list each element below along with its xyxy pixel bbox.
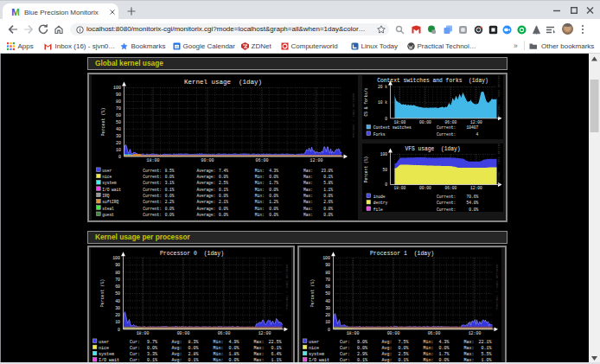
svg-text:guest: guest <box>102 212 114 216</box>
svg-text:Average:: Average: <box>197 168 216 172</box>
svg-text:00:00: 00:00 <box>176 330 189 335</box>
svg-text:Current:: Current: <box>143 187 162 191</box>
svg-text:Avg:: Avg: <box>381 346 392 351</box>
svg-text:Cur:: Cur: <box>130 346 140 351</box>
svg-text:RRDTOOL / TOBI OETIKER: RRDTOOL / TOBI OETIKER <box>352 92 355 137</box>
svg-text:Current:: Current: <box>143 175 162 179</box>
svg-text:50: 50 <box>325 291 330 296</box>
svg-text:Cur:: Cur: <box>130 339 140 344</box>
svg-text:nice: nice <box>309 346 319 351</box>
svg-text:60: 60 <box>115 284 120 289</box>
svg-text:6.4%: 6.4% <box>271 352 281 357</box>
svg-text:Avg:: Avg: <box>381 352 392 357</box>
svg-text:0.0%: 0.0% <box>219 175 228 179</box>
svg-text:0: 0 <box>328 327 330 331</box>
svg-text:Current:: Current: <box>437 194 456 198</box>
svg-text:50: 50 <box>116 120 121 125</box>
svg-text:4: 4 <box>476 131 478 136</box>
svg-text:0.0%: 0.0% <box>438 346 449 351</box>
svg-text:0.0%: 0.0% <box>398 346 408 351</box>
svg-text:CS & forks/s: CS & forks/s <box>363 87 367 116</box>
svg-text:Processor 0 (1day): Processor 0 (1day) <box>159 251 223 257</box>
svg-text:18:00: 18:00 <box>393 119 405 124</box>
svg-text:Context switches: Context switches <box>373 125 411 130</box>
svg-text:I/O wait: I/O wait <box>102 187 121 191</box>
svg-text:2.9%: 2.9% <box>356 352 367 357</box>
svg-text:Avg:: Avg: <box>171 352 182 357</box>
svg-text:0.0%: 0.0% <box>219 212 228 216</box>
svg-text:file: file <box>373 207 382 211</box>
svg-text:0.0%: 0.0% <box>356 346 367 351</box>
svg-text:0.0%: 0.0% <box>323 193 333 197</box>
svg-text:user: user <box>102 168 112 172</box>
svg-text:70: 70 <box>325 278 330 282</box>
svg-text:06:00: 06:00 <box>444 186 456 190</box>
svg-text:RRDTOOL / TOBI OETIKER: RRDTOOL / TOBI OETIKER <box>495 264 498 309</box>
svg-text:0: 0 <box>118 327 120 331</box>
svg-text:0.0%: 0.0% <box>165 206 175 210</box>
svg-text:18:00: 18:00 <box>136 330 149 335</box>
svg-text:inode: inode <box>373 194 385 198</box>
svg-text:10: 10 <box>115 320 120 324</box>
svg-text:0.0%: 0.0% <box>323 212 333 216</box>
svg-text:1.1%: 1.1% <box>323 187 333 191</box>
svg-text:1.7%: 1.7% <box>269 181 278 185</box>
svg-text:Max:: Max: <box>303 212 313 216</box>
svg-text:1.8%: 1.8% <box>228 352 239 357</box>
svg-text:23.0%: 23.0% <box>321 168 333 172</box>
svg-text:0.0%: 0.0% <box>269 212 278 216</box>
svg-text:06:00: 06:00 <box>427 330 440 335</box>
svg-text:3.3%: 3.3% <box>146 352 156 357</box>
svg-text:90: 90 <box>116 93 121 98</box>
svg-text:Min:: Min: <box>423 339 433 344</box>
svg-text:3.1%: 3.1% <box>165 181 175 185</box>
svg-text:0.0%: 0.0% <box>165 175 175 179</box>
svg-text:0.1%: 0.1% <box>481 346 491 351</box>
svg-text:RRDTOOL / TOBI OETIKER: RRDTOOL / TOBI OETIKER <box>496 75 500 118</box>
svg-text:00:00: 00:00 <box>419 119 431 124</box>
svg-text:Min:: Min: <box>213 339 223 344</box>
svg-text:00:00: 00:00 <box>419 186 431 190</box>
svg-text:Current:: Current: <box>143 193 162 197</box>
svg-text:60: 60 <box>116 113 121 118</box>
svg-text:Min:: Min: <box>423 346 433 351</box>
svg-text:Max:: Max: <box>303 175 313 179</box>
svg-text:M: M <box>11 7 20 17</box>
svg-text:7.5%: 7.5% <box>398 339 408 344</box>
svg-text:06:00: 06:00 <box>255 157 268 163</box>
svg-text:Average:: Average: <box>197 181 216 185</box>
svg-text:Percent (%): Percent (%) <box>101 107 106 136</box>
svg-text:Cur:: Cur: <box>340 352 350 357</box>
svg-text:20: 20 <box>116 140 121 145</box>
svg-text:2.8%: 2.8% <box>188 352 198 357</box>
svg-text:Max:: Max: <box>303 193 313 197</box>
svg-text:9.7%: 9.7% <box>146 339 156 344</box>
svg-text:Min:: Min: <box>255 181 265 185</box>
svg-text:0.0%: 0.0% <box>269 187 278 191</box>
svg-text:40: 40 <box>116 127 121 132</box>
svg-text:Avg:: Avg: <box>171 339 182 344</box>
svg-text:Percent (%): Percent (%) <box>100 279 105 307</box>
svg-text:50: 50 <box>115 291 120 296</box>
svg-text:00:00: 00:00 <box>201 157 214 163</box>
svg-text:5.8%: 5.8% <box>323 181 333 185</box>
svg-text:Average:: Average: <box>197 187 216 191</box>
svg-text:Percent (%): Percent (%) <box>363 156 367 182</box>
svg-text:Current:: Current: <box>437 131 456 136</box>
svg-text:0.0%: 0.0% <box>269 193 278 197</box>
svg-text:Cur:: Cur: <box>130 352 140 357</box>
svg-text:12:00: 12:00 <box>258 330 271 335</box>
svg-text:0.0%: 0.0% <box>165 193 175 197</box>
svg-text:20 k: 20 k <box>377 85 386 89</box>
svg-text:06:00: 06:00 <box>444 119 456 124</box>
svg-text:Max:: Max: <box>253 352 264 357</box>
svg-text:2.2%: 2.2% <box>165 200 175 204</box>
svg-text:nice: nice <box>102 175 112 179</box>
svg-text:0.0%: 0.0% <box>469 207 478 211</box>
svg-text:Avg:: Avg: <box>171 346 182 351</box>
svg-text:8.5%: 8.5% <box>165 168 175 172</box>
svg-text:Processor 1 (1day): Processor 1 (1day) <box>369 251 433 257</box>
svg-text:5.5%: 5.5% <box>481 352 491 357</box>
svg-text:Min:: Min: <box>213 346 223 351</box>
svg-text:4.9%: 4.9% <box>228 339 239 344</box>
